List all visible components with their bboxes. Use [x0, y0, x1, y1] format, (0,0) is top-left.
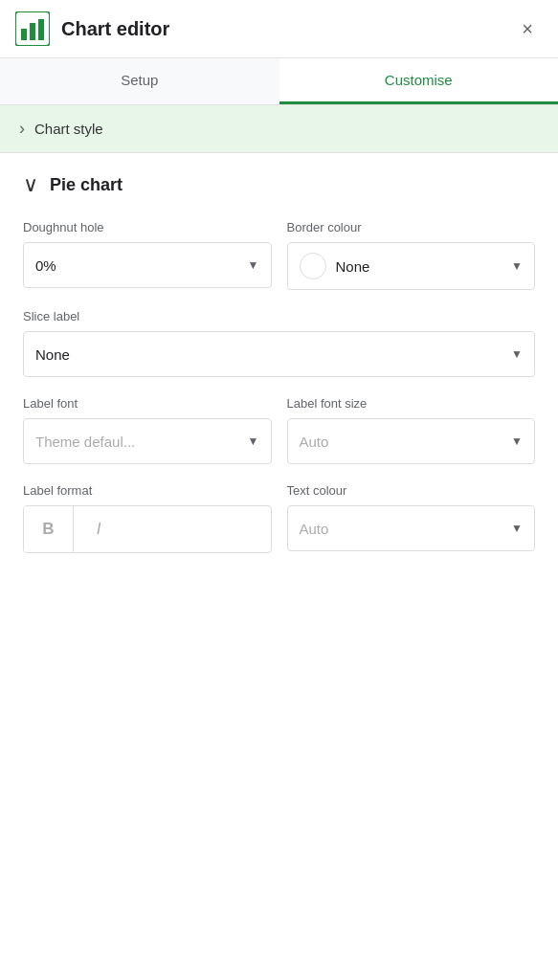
- bold-icon: B: [42, 520, 54, 539]
- svg-rect-3: [38, 19, 44, 40]
- close-button[interactable]: ×: [512, 13, 543, 44]
- doughnut-hole-dropdown[interactable]: 0% ▼: [23, 242, 272, 288]
- tab-customise[interactable]: Customise: [279, 58, 559, 104]
- label-font-arrow-icon: ▼: [248, 434, 259, 448]
- row-format-colour: Label format B I Text colour Auto ▼: [23, 483, 535, 553]
- text-colour-arrow-icon: ▼: [511, 522, 523, 535]
- italic-button[interactable]: I: [74, 506, 123, 552]
- chart-icon: [15, 11, 50, 46]
- svg-rect-1: [21, 29, 27, 40]
- bold-button[interactable]: B: [24, 506, 74, 552]
- tab-setup[interactable]: Setup: [0, 58, 279, 104]
- doughnut-hole-arrow-icon: ▼: [248, 258, 259, 272]
- doughnut-hole-label: Doughnut hole: [23, 220, 272, 234]
- slice-label-label: Slice label: [23, 309, 535, 323]
- main-content: ∨ Pie chart Doughnut hole 0% ▼ Border co…: [0, 153, 558, 591]
- label-font-col: Label font Theme defaul... ▼: [23, 396, 272, 464]
- label-font-size-col: Label font size Auto ▼: [287, 396, 536, 464]
- label-font-size-label: Label font size: [287, 396, 536, 411]
- label-format-label: Label format: [23, 483, 272, 498]
- label-font-value: Theme defaul...: [35, 434, 135, 450]
- section-chevron-icon: ∨: [23, 172, 38, 197]
- label-font-dropdown[interactable]: Theme defaul... ▼: [23, 418, 272, 464]
- border-colour-arrow-icon: ▼: [511, 259, 523, 273]
- slice-label-value: None: [35, 346, 70, 363]
- border-colour-circle: [300, 253, 326, 279]
- border-colour-dropdown[interactable]: None ▼: [287, 242, 536, 290]
- doughnut-hole-value: 0%: [35, 257, 56, 274]
- border-colour-label: Border colour: [287, 220, 536, 234]
- tabs-container: Setup Customise: [0, 58, 558, 105]
- label-font-label: Label font: [23, 396, 272, 411]
- border-colour-left: None: [300, 253, 370, 279]
- format-buttons: B I: [23, 505, 272, 553]
- label-font-size-dropdown[interactable]: Auto ▼: [287, 418, 536, 464]
- label-font-size-arrow-icon: ▼: [511, 434, 523, 448]
- label-format-col: Label format B I: [23, 483, 272, 553]
- chart-style-label: Chart style: [34, 121, 103, 137]
- section-title: Pie chart: [50, 175, 123, 195]
- chart-style-row[interactable]: › Chart style: [0, 105, 558, 152]
- section-header: ∨ Pie chart: [23, 172, 535, 197]
- text-colour-dropdown[interactable]: Auto ▼: [287, 505, 536, 551]
- header-title: Chart editor: [61, 18, 512, 40]
- row-font-size: Label font Theme defaul... ▼ Label font …: [23, 396, 535, 464]
- doughnut-hole-col: Doughnut hole 0% ▼: [23, 220, 272, 290]
- slice-label-dropdown[interactable]: None ▼: [23, 331, 535, 377]
- svg-rect-2: [30, 23, 35, 40]
- chart-style-chevron-icon: ›: [19, 119, 25, 139]
- slice-label-col: Slice label None ▼: [23, 309, 535, 377]
- text-colour-value: Auto: [300, 521, 329, 537]
- border-colour-value: None: [336, 258, 370, 275]
- italic-icon: I: [97, 520, 101, 539]
- slice-label-arrow-icon: ▼: [511, 347, 523, 361]
- text-colour-label: Text colour: [287, 483, 536, 498]
- row-doughnut-border: Doughnut hole 0% ▼ Border colour None ▼: [23, 220, 535, 290]
- label-font-size-value: Auto: [300, 434, 329, 450]
- text-colour-col: Text colour Auto ▼: [287, 483, 536, 553]
- header: Chart editor ×: [0, 0, 558, 58]
- border-colour-col: Border colour None ▼: [287, 220, 536, 290]
